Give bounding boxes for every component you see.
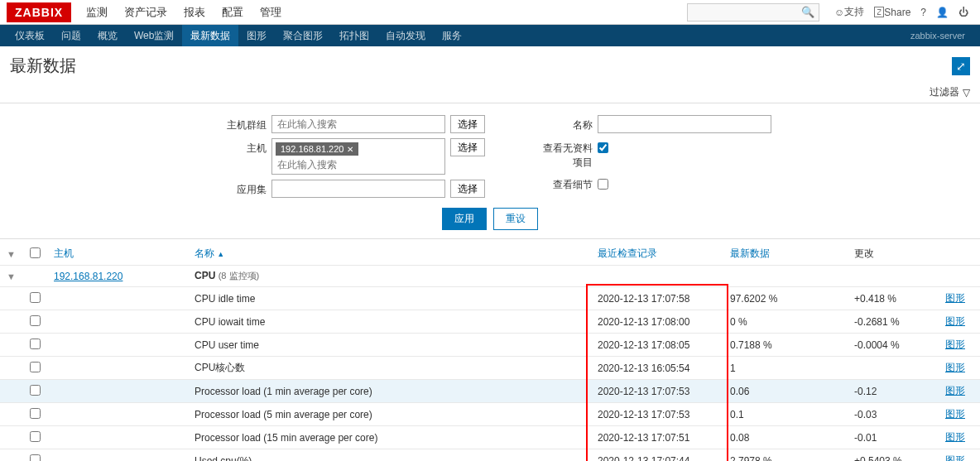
name-filter-label: 名称: [535, 115, 593, 132]
reset-button[interactable]: 重设: [493, 208, 538, 230]
subnav-item-4[interactable]: 最新数据: [182, 25, 238, 46]
item-name: Used cpu(%): [188, 449, 591, 462]
graph-link[interactable]: 图形: [945, 408, 965, 420]
topnav-item-3[interactable]: 配置: [214, 0, 252, 25]
item-change: -0.2681 %: [848, 310, 939, 334]
col-change: 更改: [848, 243, 939, 266]
item-time: 2020-12-13 17:08:05: [591, 334, 723, 357]
group-name: CPU: [195, 270, 215, 281]
hostgroup-input[interactable]: [271, 115, 445, 133]
user-icon[interactable]: 👤: [936, 7, 949, 18]
subnav-item-0[interactable]: 仪表板: [7, 25, 53, 46]
item-time: 2020-12-13 17:07:58: [591, 287, 723, 310]
filter-toggle[interactable]: 过滤器 ▽: [930, 85, 970, 99]
graph-link[interactable]: 图形: [945, 339, 965, 350]
appset-input[interactable]: [271, 180, 445, 198]
group-count: (8 监控项): [219, 271, 260, 281]
row-checkbox[interactable]: [30, 385, 41, 396]
item-time: 2020-12-13 17:07:53: [591, 380, 723, 403]
col-lastcheck[interactable]: 最近检查记录: [591, 243, 723, 266]
row-checkbox[interactable]: [30, 454, 41, 462]
host-input[interactable]: [274, 157, 443, 172]
sub-nav: 仪表板问题概览Web监测最新数据图形聚合图形拓扑图自动发现服务 zabbix-s…: [0, 25, 980, 46]
graph-link[interactable]: 图形: [945, 431, 965, 443]
item-change: -0.01: [848, 426, 939, 449]
support-link[interactable]: ☺ 支持: [834, 5, 864, 19]
help-icon[interactable]: ?: [920, 7, 926, 18]
item-change: -0.12: [848, 380, 939, 403]
search-icon[interactable]: 🔍: [801, 6, 814, 18]
topnav-item-1[interactable]: 资产记录: [116, 0, 175, 25]
item-name: Processor load (1 min average per core): [188, 380, 591, 403]
item-change: [848, 357, 939, 380]
subnav-item-3[interactable]: Web监测: [126, 25, 182, 46]
subnav-item-7[interactable]: 拓扑图: [331, 25, 377, 46]
graph-link[interactable]: 图形: [945, 454, 965, 461]
topnav-item-0[interactable]: 监测: [78, 0, 116, 25]
item-latest: 0.06: [723, 380, 848, 403]
item-name: Processor load (5 min average per core): [188, 403, 591, 426]
col-name[interactable]: 名称 ▲: [188, 243, 591, 266]
page-header: 最新数据 ⤢: [0, 46, 980, 82]
row-checkbox[interactable]: [30, 408, 41, 419]
graph-link[interactable]: 图形: [945, 385, 965, 396]
row-checkbox[interactable]: [30, 362, 41, 372]
subnav-item-5[interactable]: 图形: [238, 25, 275, 46]
item-time: 2020-12-13 17:07:53: [591, 403, 723, 426]
host-tag[interactable]: 192.168.81.220 ✕: [276, 142, 358, 156]
show-detail-label: 查看细节: [535, 175, 593, 192]
name-filter-input[interactable]: [598, 115, 771, 133]
col-actions: [939, 243, 980, 266]
host-select-button[interactable]: 选择: [450, 138, 485, 156]
fullscreen-button[interactable]: ⤢: [952, 57, 970, 75]
item-time: 2020-12-13 17:07:44: [591, 449, 723, 462]
item-name: CPU iowait time: [188, 310, 591, 334]
topnav-item-4[interactable]: 管理: [252, 0, 290, 25]
filter-icon: ▽: [963, 87, 970, 98]
show-noinfo-checkbox[interactable]: [598, 142, 608, 153]
expand-all-toggle[interactable]: ▼: [0, 243, 23, 266]
remove-host-icon[interactable]: ✕: [347, 145, 353, 154]
subnav-item-9[interactable]: 服务: [434, 25, 470, 46]
item-time: 2020-12-13 17:07:51: [591, 426, 723, 449]
item-latest: 1: [723, 357, 848, 380]
item-name: Processor load (15 min average per core): [188, 426, 591, 449]
subnav-item-6[interactable]: 聚合图形: [275, 25, 331, 46]
item-latest: 0.08: [723, 426, 848, 449]
graph-link[interactable]: 图形: [945, 292, 965, 304]
row-checkbox[interactable]: [30, 431, 41, 442]
item-latest: 0.1: [723, 403, 848, 426]
power-icon[interactable]: ⏻: [958, 7, 968, 18]
show-detail-checkbox[interactable]: [598, 179, 608, 190]
latest-data-table: ▼ 主机 名称 ▲ 最近检查记录 最新数据 更改 ▼ 192.168.81.22…: [0, 243, 980, 461]
share-link[interactable]: 🅉 Share: [874, 7, 910, 18]
logo: ZABBIX: [7, 2, 71, 22]
item-time: 2020-12-13 16:05:54: [591, 357, 723, 380]
item-change: +0.418 %: [848, 287, 939, 310]
group-expand-icon[interactable]: ▼: [7, 271, 17, 281]
col-host[interactable]: 主机: [47, 243, 188, 266]
host-input-box[interactable]: 192.168.81.220 ✕: [271, 138, 445, 175]
row-checkbox[interactable]: [30, 339, 41, 349]
graph-link[interactable]: 图形: [945, 362, 965, 373]
hostgroup-select-button[interactable]: 选择: [450, 115, 485, 133]
item-time: 2020-12-13 17:08:00: [591, 310, 723, 334]
row-checkbox[interactable]: [30, 315, 41, 326]
subnav-item-1[interactable]: 问题: [53, 25, 89, 46]
item-change: +0.5403 %: [848, 449, 939, 462]
item-change: -0.03: [848, 403, 939, 426]
item-latest: 97.6202 %: [723, 287, 848, 310]
host-link[interactable]: 192.168.81.220: [54, 271, 122, 282]
topnav-item-2[interactable]: 报表: [175, 0, 214, 25]
appset-select-button[interactable]: 选择: [450, 180, 485, 198]
select-all-checkbox[interactable]: [23, 243, 47, 266]
row-checkbox[interactable]: [30, 292, 41, 303]
col-latest[interactable]: 最新数据: [723, 243, 848, 266]
graph-link[interactable]: 图形: [945, 315, 965, 327]
host-label: 主机: [209, 138, 267, 156]
subnav-item-8[interactable]: 自动发现: [377, 25, 434, 46]
apply-button[interactable]: 应用: [442, 208, 487, 230]
global-search-input[interactable]: [687, 3, 819, 22]
filter-label: 过滤器: [930, 85, 959, 99]
item-name: CPU核心数: [188, 357, 591, 380]
